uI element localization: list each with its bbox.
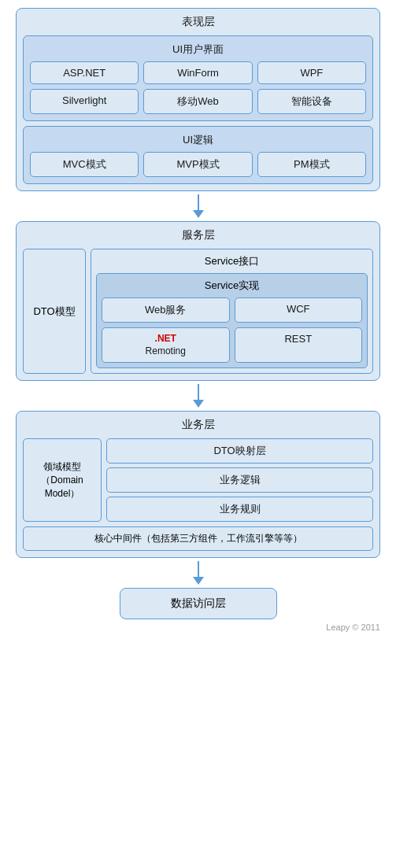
service-wcf: WCF [235,297,363,323]
arrow-line-2 [198,384,199,400]
arrow-line-3 [198,561,199,577]
ui-item-aspnet: ASP.NET [30,61,139,84]
presentation-layer-title: 表现层 [23,15,373,29]
service-rest: REST [235,327,363,363]
service-layer-title: 服务层 [23,228,373,242]
business-content-row: 领域模型（Domain Model） DTO映射层 业务逻辑 业务规则 [23,438,373,522]
arrow-2 [193,384,204,408]
business-layer-title: 业务层 [23,418,373,432]
watermark: Leapy © 2011 [16,622,380,632]
domain-model-box: 领域模型（Domain Model） [23,438,102,522]
core-middleware: 核心中间件（包括第三方组件，工作流引擎等等） [23,526,373,551]
ui-row1: ASP.NET WinForm WPF [30,61,366,84]
service-content-row: DTO模型 Service接口 Service实现 Web服务 WCF .NET… [23,249,373,374]
arrow-1 [193,194,204,218]
service-layer: 服务层 DTO模型 Service接口 Service实现 Web服务 WCF … [16,221,380,381]
data-access-title: 数据访问层 [171,597,226,609]
business-rules: 业务规则 [106,497,373,522]
logic-pm: PM模式 [257,152,366,177]
service-right-panel: Service接口 Service实现 Web服务 WCF .NETRemoti… [91,249,373,374]
arrow-head-3 [193,577,204,585]
dto-mapping: DTO映射层 [106,438,373,464]
arrow-head-1 [193,210,204,218]
ui-section-title: UI用户界面 [30,42,366,57]
net-dot: .NET [155,333,176,344]
ui-logic-title: UI逻辑 [30,133,366,147]
dto-box: DTO模型 [23,249,86,374]
service-impl-box: Service实现 Web服务 WCF .NETRemoting REST [96,273,368,368]
service-web: Web服务 [102,297,230,323]
ui-logic-section: UI逻辑 MVC模式 MVP模式 PM模式 [23,126,373,184]
arrow-3 [193,561,204,585]
business-right-panel: DTO映射层 业务逻辑 业务规则 [106,438,373,522]
ui-item-wpf: WPF [257,61,366,84]
logic-mvp: MVP模式 [143,152,252,177]
service-impl-title: Service实现 [102,279,362,293]
ui-row2: Silverlight 移动Web 智能设备 [30,89,366,114]
business-layer: 业务层 领域模型（Domain Model） DTO映射层 业务逻辑 业务规则 … [16,411,380,558]
ui-item-smartdevice: 智能设备 [257,89,366,114]
presentation-layer: 表现层 UI用户界面 ASP.NET WinForm WPF Silverlig… [16,8,380,191]
ui-item-mobileweb: 移动Web [143,89,252,114]
data-access-layer: 数据访问层 [120,588,277,619]
service-net-remoting: .NETRemoting [102,327,230,363]
logic-mvc: MVC模式 [30,152,139,177]
ui-logic-items: MVC模式 MVP模式 PM模式 [30,152,366,177]
service-impl-row1: Web服务 WCF [102,297,362,323]
ui-section: UI用户界面 ASP.NET WinForm WPF Silverlight 移… [23,35,373,121]
business-logic: 业务逻辑 [106,467,373,493]
ui-item-winform: WinForm [143,61,252,84]
service-impl-row2: .NETRemoting REST [102,327,362,363]
arrow-head-2 [193,400,204,408]
service-interface-title: Service接口 [96,254,368,268]
arrow-line-1 [198,194,199,210]
service-interface-box: Service接口 Service实现 Web服务 WCF .NETRemoti… [91,249,373,374]
ui-item-silverlight: Silverlight [30,89,139,114]
